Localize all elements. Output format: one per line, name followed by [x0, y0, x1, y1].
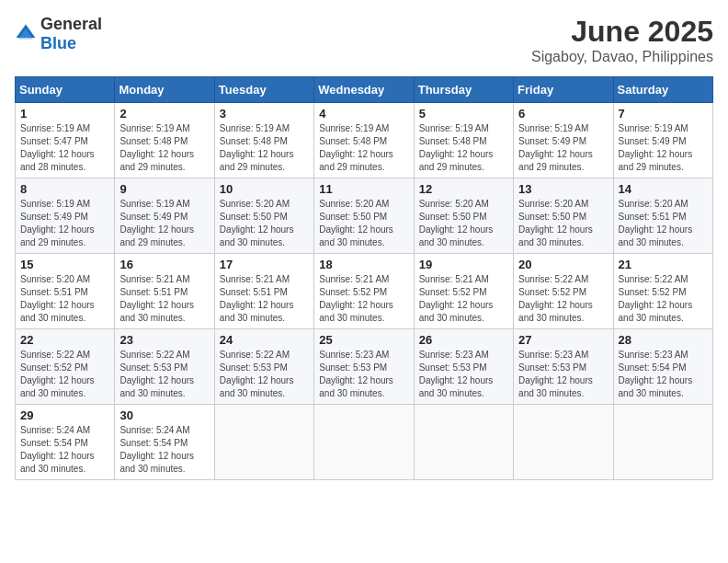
calendar-day-cell: 1 Sunrise: 5:19 AMSunset: 5:47 PMDayligh…	[16, 103, 115, 178]
day-number: 2	[119, 107, 209, 121]
day-info: Sunrise: 5:19 AMSunset: 5:48 PMDaylight:…	[119, 123, 194, 172]
day-info: Sunrise: 5:20 AMSunset: 5:50 PMDaylight:…	[518, 199, 593, 247]
day-number: 20	[518, 258, 608, 271]
header-saturday: Saturday	[613, 77, 712, 103]
day-number: 8	[20, 182, 109, 196]
day-number: 25	[319, 333, 408, 347]
day-number: 1	[20, 107, 109, 121]
day-info: Sunrise: 5:19 AMSunset: 5:47 PMDaylight:…	[20, 123, 95, 172]
calendar-day-cell: 21 Sunrise: 5:22 AMSunset: 5:52 PMDaylig…	[613, 254, 712, 329]
day-number: 7	[619, 107, 708, 121]
header-tuesday: Tuesday	[214, 77, 313, 103]
calendar-day-cell: 19 Sunrise: 5:21 AMSunset: 5:52 PMDaylig…	[414, 254, 513, 329]
calendar-day-cell: 18 Sunrise: 5:21 AMSunset: 5:52 PMDaylig…	[314, 254, 414, 329]
calendar-table: SundayMondayTuesdayWednesdayThursdayFrid…	[15, 76, 713, 480]
calendar-day-cell: 24 Sunrise: 5:22 AMSunset: 5:53 PMDaylig…	[214, 329, 313, 405]
day-number: 10	[220, 182, 309, 196]
logo-blue: Blue	[40, 34, 76, 52]
day-number: 27	[518, 333, 608, 347]
day-number: 13	[518, 182, 608, 196]
calendar-day-cell: 2 Sunrise: 5:19 AMSunset: 5:48 PMDayligh…	[115, 103, 214, 178]
day-info: Sunrise: 5:19 AMSunset: 5:49 PMDaylight:…	[20, 199, 95, 247]
calendar-day-cell: 30 Sunrise: 5:24 AMSunset: 5:54 PMDaylig…	[115, 405, 214, 480]
day-info: Sunrise: 5:22 AMSunset: 5:53 PMDaylight:…	[119, 350, 194, 398]
day-number: 5	[419, 107, 508, 121]
day-info: Sunrise: 5:19 AMSunset: 5:49 PMDaylight:…	[119, 199, 194, 247]
day-number: 18	[319, 258, 408, 271]
day-number: 4	[319, 107, 408, 121]
calendar-day-cell: 15 Sunrise: 5:20 AMSunset: 5:51 PMDaylig…	[16, 254, 115, 329]
day-number: 16	[119, 258, 209, 271]
calendar-day-cell: 10 Sunrise: 5:20 AMSunset: 5:50 PMDaylig…	[214, 178, 313, 254]
day-info: Sunrise: 5:19 AMSunset: 5:48 PMDaylight:…	[419, 123, 494, 172]
page-header: General Blue June 2025 Sigaboy, Davao, P…	[15, 15, 713, 65]
calendar-header-row: SundayMondayTuesdayWednesdayThursdayFrid…	[16, 77, 713, 103]
day-number: 29	[20, 408, 109, 422]
calendar-day-cell: 29 Sunrise: 5:24 AMSunset: 5:54 PMDaylig…	[16, 405, 115, 480]
calendar-day-cell: 12 Sunrise: 5:20 AMSunset: 5:50 PMDaylig…	[414, 178, 513, 254]
logo-general: General	[40, 15, 102, 33]
calendar-day-cell: 14 Sunrise: 5:20 AMSunset: 5:51 PMDaylig…	[613, 178, 712, 254]
day-info: Sunrise: 5:22 AMSunset: 5:52 PMDaylight:…	[619, 274, 693, 323]
calendar-day-cell: 13 Sunrise: 5:20 AMSunset: 5:50 PMDaylig…	[514, 178, 613, 254]
calendar-day-cell: 4 Sunrise: 5:19 AMSunset: 5:48 PMDayligh…	[314, 103, 414, 178]
calendar-week-row: 15 Sunrise: 5:20 AMSunset: 5:51 PMDaylig…	[16, 254, 713, 329]
calendar-day-cell: 23 Sunrise: 5:22 AMSunset: 5:53 PMDaylig…	[115, 329, 214, 405]
calendar-day-cell: 25 Sunrise: 5:23 AMSunset: 5:53 PMDaylig…	[314, 329, 414, 405]
calendar-day-cell: 8 Sunrise: 5:19 AMSunset: 5:49 PMDayligh…	[16, 178, 115, 254]
calendar-week-row: 1 Sunrise: 5:19 AMSunset: 5:47 PMDayligh…	[16, 103, 713, 178]
day-number: 24	[220, 333, 309, 347]
calendar-day-cell: 16 Sunrise: 5:21 AMSunset: 5:51 PMDaylig…	[115, 254, 214, 329]
day-info: Sunrise: 5:20 AMSunset: 5:51 PMDaylight:…	[619, 199, 693, 247]
day-info: Sunrise: 5:24 AMSunset: 5:54 PMDaylight:…	[119, 425, 194, 474]
day-info: Sunrise: 5:20 AMSunset: 5:50 PMDaylight:…	[319, 199, 393, 247]
month-title: June 2025	[531, 15, 713, 49]
day-info: Sunrise: 5:21 AMSunset: 5:51 PMDaylight:…	[119, 274, 194, 323]
calendar-day-cell: 7 Sunrise: 5:19 AMSunset: 5:49 PMDayligh…	[613, 103, 712, 178]
calendar-day-cell: 6 Sunrise: 5:19 AMSunset: 5:49 PMDayligh…	[514, 103, 613, 178]
day-info: Sunrise: 5:20 AMSunset: 5:50 PMDaylight:…	[220, 199, 294, 247]
calendar-day-cell: 5 Sunrise: 5:19 AMSunset: 5:48 PMDayligh…	[414, 103, 513, 178]
day-info: Sunrise: 5:21 AMSunset: 5:52 PMDaylight:…	[419, 274, 494, 323]
calendar-week-row: 8 Sunrise: 5:19 AMSunset: 5:49 PMDayligh…	[16, 178, 713, 254]
calendar-week-row: 22 Sunrise: 5:22 AMSunset: 5:52 PMDaylig…	[16, 329, 713, 405]
day-number: 26	[419, 333, 508, 347]
day-number: 21	[619, 258, 708, 271]
header-thursday: Thursday	[414, 77, 513, 103]
header-sunday: Sunday	[16, 77, 115, 103]
empty-cell	[314, 405, 414, 480]
day-info: Sunrise: 5:20 AMSunset: 5:50 PMDaylight:…	[419, 199, 494, 247]
calendar-day-cell: 26 Sunrise: 5:23 AMSunset: 5:53 PMDaylig…	[414, 329, 513, 405]
logo: General Blue	[15, 15, 102, 53]
day-info: Sunrise: 5:19 AMSunset: 5:48 PMDaylight:…	[319, 123, 393, 172]
day-number: 11	[319, 182, 408, 196]
day-info: Sunrise: 5:19 AMSunset: 5:48 PMDaylight:…	[220, 123, 294, 172]
day-number: 22	[20, 333, 109, 347]
calendar-day-cell: 3 Sunrise: 5:19 AMSunset: 5:48 PMDayligh…	[214, 103, 313, 178]
day-number: 12	[419, 182, 508, 196]
empty-cell	[613, 405, 712, 480]
day-info: Sunrise: 5:24 AMSunset: 5:54 PMDaylight:…	[20, 425, 95, 474]
day-number: 14	[619, 182, 708, 196]
logo-text: General Blue	[40, 15, 102, 53]
day-number: 3	[220, 107, 309, 121]
empty-cell	[414, 405, 513, 480]
calendar-day-cell: 20 Sunrise: 5:22 AMSunset: 5:52 PMDaylig…	[514, 254, 613, 329]
day-info: Sunrise: 5:21 AMSunset: 5:52 PMDaylight:…	[319, 274, 393, 323]
calendar-day-cell: 22 Sunrise: 5:22 AMSunset: 5:52 PMDaylig…	[16, 329, 115, 405]
day-info: Sunrise: 5:19 AMSunset: 5:49 PMDaylight:…	[619, 123, 693, 172]
day-number: 28	[619, 333, 708, 347]
day-info: Sunrise: 5:22 AMSunset: 5:52 PMDaylight:…	[518, 274, 593, 323]
calendar-day-cell: 11 Sunrise: 5:20 AMSunset: 5:50 PMDaylig…	[314, 178, 414, 254]
calendar-day-cell: 9 Sunrise: 5:19 AMSunset: 5:49 PMDayligh…	[115, 178, 214, 254]
day-number: 19	[419, 258, 508, 271]
day-info: Sunrise: 5:23 AMSunset: 5:53 PMDaylight:…	[419, 350, 494, 398]
header-monday: Monday	[115, 77, 214, 103]
day-info: Sunrise: 5:23 AMSunset: 5:53 PMDaylight:…	[518, 350, 593, 398]
header-wednesday: Wednesday	[314, 77, 414, 103]
calendar-day-cell: 28 Sunrise: 5:23 AMSunset: 5:54 PMDaylig…	[613, 329, 712, 405]
calendar-week-row: 29 Sunrise: 5:24 AMSunset: 5:54 PMDaylig…	[16, 405, 713, 480]
title-area: June 2025 Sigaboy, Davao, Philippines	[531, 15, 713, 65]
day-info: Sunrise: 5:22 AMSunset: 5:52 PMDaylight:…	[20, 350, 95, 398]
day-number: 23	[119, 333, 209, 347]
